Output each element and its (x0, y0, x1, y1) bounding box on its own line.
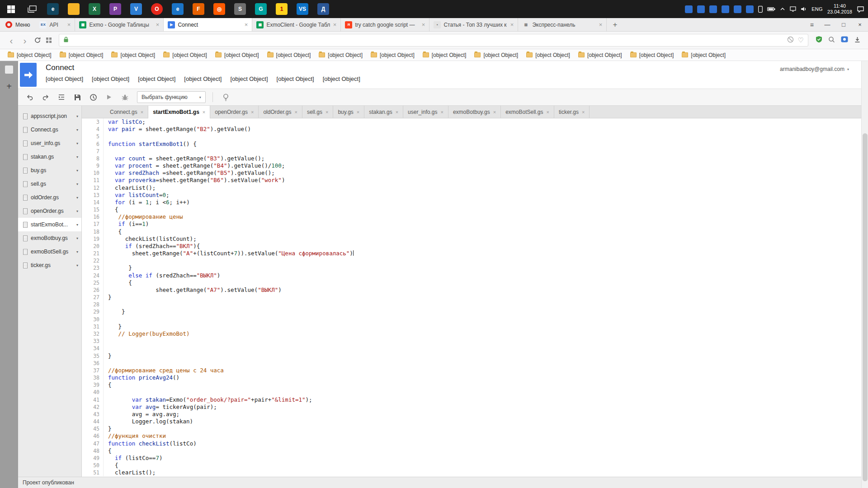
file-item[interactable]: startExmoBot... ▾ (18, 218, 81, 231)
close-button[interactable]: × (852, 18, 868, 31)
file-item[interactable]: oldOrder.gs ▾ (18, 191, 81, 204)
bookmark-folder[interactable]: [object Object] (522, 50, 574, 60)
chevron-down-icon[interactable]: ▾ (76, 236, 78, 240)
file-item[interactable]: exmoBotbuy.gs ▾ (18, 231, 81, 245)
address-bar-input[interactable]: ♡ (59, 34, 808, 47)
file-item[interactable]: buy.gs ▾ (18, 164, 81, 177)
tab-close-icon[interactable]: × (422, 21, 425, 28)
editor-tab[interactable]: startExmoBot1.gs × (148, 106, 210, 118)
file-item[interactable]: openOrder.gs ▾ (18, 204, 81, 218)
code-area[interactable]: 3 var listCo; 4 var pair = sheet.getRang… (82, 118, 868, 477)
editor-tab[interactable]: stakan.gs × (364, 106, 403, 118)
new-tab-button[interactable]: + (607, 18, 623, 31)
tray-app-icon[interactable] (685, 5, 693, 13)
snapshot-icon[interactable] (841, 36, 848, 44)
tab-close-icon[interactable]: × (357, 109, 359, 115)
chevron-down-icon[interactable]: ▾ (76, 196, 78, 200)
taskbar-app-button[interactable]: V (126, 0, 146, 18)
taskbar-app-button[interactable]: Д (313, 0, 334, 18)
tab-close-icon[interactable]: × (547, 109, 549, 115)
browser-tab[interactable]: ▦ ExmoClient - Google Табл × (252, 18, 341, 31)
battery-icon[interactable] (767, 7, 775, 11)
browser-tab[interactable]: ▶ Connect × (164, 18, 252, 31)
bookmark-folder[interactable]: [object Object] (263, 50, 315, 60)
volume-icon[interactable] (801, 6, 807, 12)
file-item[interactable]: stakan.gs ▾ (18, 150, 81, 164)
tab-close-icon[interactable]: × (599, 21, 603, 28)
phone-icon[interactable] (758, 6, 763, 13)
editor-tab[interactable]: exmoBotSell.gs × (501, 106, 554, 118)
debug-button[interactable] (118, 91, 131, 103)
menu-item[interactable]: [object Object] (230, 75, 268, 82)
chevron-down-icon[interactable]: ▾ (76, 263, 78, 267)
speed-dial-icon[interactable] (43, 37, 54, 43)
bookmark-folder[interactable]: [object Object] (315, 50, 367, 60)
tab-close-icon[interactable]: × (156, 21, 160, 28)
action-center-icon[interactable] (857, 6, 864, 13)
bookmark-folder[interactable]: [object Object] (159, 50, 211, 60)
taskbar-app-button[interactable]: 1 (271, 0, 292, 18)
chevron-down-icon[interactable]: ▾ (76, 223, 78, 227)
browser-tab[interactable]: EX API × (35, 18, 75, 31)
browser-tab[interactable]: ▦ Экспресс-панель × (518, 18, 607, 31)
indent-format-button[interactable] (55, 91, 68, 103)
tab-close-icon[interactable]: × (294, 109, 297, 115)
function-picker-dropdown[interactable]: Выбрать функцию ▾ (137, 91, 206, 103)
chevron-down-icon[interactable]: ▾ (76, 128, 78, 132)
taskbar-app-button[interactable]: S (230, 0, 250, 18)
redo-button[interactable] (39, 91, 52, 103)
file-item[interactable]: user_info.gs ▾ (18, 136, 81, 150)
editor-tab[interactable]: ticker.gs × (554, 106, 590, 118)
taskbar-app-button[interactable]: X (84, 0, 105, 18)
tab-list-icon[interactable]: ≡ (805, 18, 819, 31)
tab-close-icon[interactable]: × (333, 21, 337, 28)
editor-tab[interactable]: user_info.gs × (403, 106, 448, 118)
tab-close-icon[interactable]: × (67, 21, 71, 28)
taskbar-app-button[interactable]: G (250, 0, 271, 18)
menu-item[interactable]: [object Object] (184, 75, 222, 82)
tab-close-icon[interactable]: × (251, 109, 254, 115)
tray-app-icon[interactable] (722, 5, 729, 13)
tab-close-icon[interactable]: × (245, 21, 248, 28)
taskbar-app-button[interactable]: ◎ (209, 0, 230, 18)
menu-item[interactable]: [object Object] (323, 75, 360, 82)
tab-close-icon[interactable]: × (203, 109, 205, 115)
editor-tab[interactable]: exmoBotbuy.gs × (448, 106, 501, 118)
bookmark-folder[interactable]: [object Object] (626, 50, 678, 60)
search-icon[interactable] (828, 36, 835, 45)
start-button[interactable] (0, 0, 22, 18)
reload-button[interactable] (32, 37, 43, 44)
browser-tab[interactable]: Я try catch google script — × (341, 18, 429, 31)
bookmark-folder[interactable]: [object Object] (4, 50, 56, 60)
bookmark-folder[interactable]: [object Object] (470, 50, 522, 60)
tray-app-icon[interactable] (746, 5, 754, 13)
chevron-down-icon[interactable]: ▾ (76, 250, 78, 254)
block-ads-icon[interactable] (787, 36, 794, 45)
menu-item[interactable]: [object Object] (92, 75, 129, 82)
forward-button[interactable]: › (18, 36, 32, 45)
tab-close-icon[interactable]: × (440, 109, 443, 115)
account-menu[interactable]: armanibadboy@gmail.com ▾ (780, 66, 849, 72)
tray-app-icon[interactable] (734, 5, 741, 13)
chevron-down-icon[interactable]: ▾ (76, 182, 78, 186)
minimize-button[interactable]: — (819, 18, 835, 31)
network-icon[interactable] (790, 6, 796, 12)
execution-history-button[interactable] (87, 91, 99, 103)
chevron-down-icon[interactable]: ▾ (76, 209, 78, 213)
tab-close-icon[interactable]: × (326, 109, 328, 115)
menu-item[interactable]: [object Object] (277, 75, 314, 82)
chevron-down-icon[interactable]: ▾ (76, 114, 78, 118)
tab-close-icon[interactable]: × (396, 109, 398, 115)
suggestions-bulb-icon[interactable] (220, 91, 232, 103)
file-item[interactable]: exmoBotSell.gs ▾ (18, 245, 81, 258)
chevron-down-icon[interactable]: ▾ (76, 155, 78, 159)
page-scrollbar[interactable] (861, 61, 868, 488)
bookmark-folder[interactable]: [object Object] (367, 50, 419, 60)
editor-tab[interactable]: oldOrder.gs × (259, 106, 302, 118)
save-button[interactable] (71, 91, 84, 103)
taskbar-app-button[interactable]: P (105, 0, 126, 18)
taskbar-app-button[interactable]: VS (292, 0, 313, 18)
maximize-button[interactable]: □ (835, 18, 852, 31)
tab-close-icon[interactable]: × (141, 109, 143, 115)
browser-tab[interactable]: ▦ Exmo - Google Таблицы × (75, 18, 164, 31)
